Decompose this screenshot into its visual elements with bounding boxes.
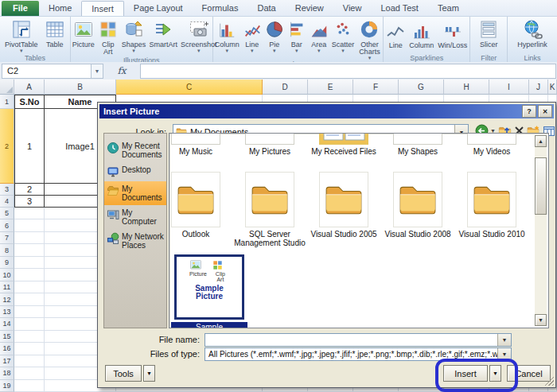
vertical-scrollbar[interactable]: ▲ ▼ — [535, 135, 547, 326]
scrollbar-thumb[interactable] — [535, 157, 547, 215]
row-header-18[interactable]: 18 — [0, 367, 14, 379]
combo-arrow-icon[interactable]: ▼ — [497, 334, 511, 346]
column-header-D[interactable]: D — [263, 80, 308, 95]
cell-A11[interactable] — [14, 281, 45, 293]
clipart-button[interactable]: Clip Art — [96, 18, 120, 56]
combo-arrow-icon[interactable]: ▼ — [497, 348, 511, 360]
sparkline-winloss-button[interactable]: Win/Loss — [436, 22, 469, 49]
help-icon[interactable] — [522, 105, 536, 118]
cell-A4[interactable]: 3 — [14, 196, 45, 208]
column-header-K[interactable]: K — [548, 80, 557, 95]
formula-input[interactable] — [140, 64, 556, 79]
line-chart-button[interactable]: Line — [241, 18, 263, 52]
file-item-my-received-files[interactable]: My Received Files — [307, 133, 380, 156]
tab-page-layout[interactable]: Page Layout — [124, 1, 193, 16]
column-header-I[interactable]: I — [489, 80, 529, 95]
file-item-my-music[interactable]: My Music — [169, 133, 232, 156]
row-header-6[interactable]: 6 — [0, 219, 14, 231]
row-header-10[interactable]: 10 — [0, 269, 14, 281]
row-header-14[interactable]: 14 — [0, 318, 14, 330]
tab-view[interactable]: View — [333, 1, 372, 16]
smartart-button[interactable]: SmartArt — [147, 18, 179, 49]
cell-A3[interactable]: 2 — [14, 184, 45, 196]
picture-button[interactable]: Picture — [71, 18, 96, 49]
row-header-4[interactable]: 4 — [0, 196, 14, 208]
row-header-2[interactable]: 2 — [0, 109, 14, 184]
column-header-A[interactable]: A — [14, 80, 45, 95]
cell-A16[interactable] — [14, 343, 45, 355]
file-item-outlook[interactable]: Outlook — [169, 172, 232, 239]
place-my-network-places[interactable]: My Network Places — [104, 229, 166, 253]
cell-A12[interactable] — [14, 293, 45, 305]
shapes-button[interactable]: Shapes — [120, 18, 148, 52]
cell-A18[interactable] — [14, 367, 45, 379]
close-icon[interactable] — [538, 105, 552, 118]
scroll-down-icon[interactable]: ▼ — [535, 314, 547, 326]
area-chart-button[interactable]: Area — [308, 18, 330, 52]
row-header-1[interactable]: 1 — [0, 95, 14, 109]
name-box-dropdown-icon[interactable]: ▼ — [92, 64, 103, 79]
cell-A13[interactable] — [14, 306, 45, 318]
select-all-corner[interactable] — [0, 80, 14, 95]
file-item-my-pictures[interactable]: My Pictures — [233, 133, 306, 156]
cell-A15[interactable] — [14, 331, 45, 343]
tab-insert[interactable]: Insert — [81, 1, 124, 16]
cell-A5[interactable] — [14, 208, 45, 219]
place-my-documents[interactable]: My Documents — [104, 181, 166, 205]
place-desktop[interactable]: Desktop — [104, 162, 166, 181]
name-box[interactable]: C2 — [2, 64, 92, 79]
resize-grip[interactable] — [544, 376, 554, 386]
column-header-E[interactable]: E — [308, 80, 353, 95]
cell-A6[interactable] — [14, 219, 45, 231]
tab-formulas[interactable]: Formulas — [193, 1, 248, 16]
cell-A2[interactable]: 1 — [14, 109, 45, 184]
row-header-17[interactable]: 17 — [0, 355, 14, 367]
cell-A14[interactable] — [14, 318, 45, 330]
file-name-combo[interactable]: ▼ — [204, 333, 512, 347]
dialog-title-bar[interactable]: Insert Picture — [99, 104, 554, 118]
column-header-B[interactable]: B — [45, 80, 116, 95]
files-of-type-combo[interactable]: All Pictures (*.emf;*.wmf;*.jpg;*.jpeg;*… — [204, 347, 512, 361]
cell-A10[interactable] — [14, 269, 45, 281]
row-header-8[interactable]: 8 — [0, 244, 14, 256]
column-header-H[interactable]: H — [444, 80, 489, 95]
file-item-sql-server-management-studio[interactable]: SQL Server Management Studio — [233, 172, 306, 247]
column-header-F[interactable]: F — [353, 80, 399, 95]
tools-dropdown-icon[interactable]: ▼ — [143, 365, 155, 382]
row-header-5[interactable]: 5 — [0, 208, 14, 219]
cell-A1[interactable]: S.No — [14, 95, 45, 109]
place-my-recent-documents[interactable]: My Recent Documents — [104, 138, 166, 162]
file-item-visual-studio-2010[interactable]: Visual Studio 2010 — [455, 172, 528, 239]
row-header-15[interactable]: 15 — [0, 331, 14, 343]
cell-A7[interactable] — [14, 232, 45, 244]
table-button[interactable]: Table — [43, 18, 67, 49]
file-item-visual-studio-2005[interactable]: Visual Studio 2005 — [307, 172, 380, 239]
tools-button[interactable]: Tools — [105, 365, 142, 382]
tab-load-test[interactable]: Load Test — [371, 1, 428, 16]
pie-chart-button[interactable]: Pie — [263, 18, 286, 52]
row-header-19[interactable]: 19 — [0, 380, 14, 392]
insert-button[interactable]: Insert — [443, 365, 488, 382]
row-header-12[interactable]: 12 — [0, 293, 14, 305]
file-item-my-shapes[interactable]: My Shapes — [381, 133, 454, 156]
column-header-J[interactable]: J — [529, 80, 548, 95]
file-item-visual-studio-2008[interactable]: Visual Studio 2008 — [381, 172, 454, 239]
tab-team[interactable]: Team — [428, 1, 469, 16]
row-header-11[interactable]: 11 — [0, 281, 14, 293]
cell-A9[interactable] — [14, 257, 45, 269]
hyperlink-button[interactable]: Hyperlink — [516, 18, 549, 49]
row-header-9[interactable]: 9 — [0, 257, 14, 269]
row-header-13[interactable]: 13 — [0, 306, 14, 318]
insert-dropdown-icon[interactable]: ▼ — [489, 365, 501, 382]
bar-chart-button[interactable]: Bar — [286, 18, 308, 52]
row-header-16[interactable]: 16 — [0, 343, 14, 355]
scatter-chart-button[interactable]: Scatter — [330, 18, 356, 52]
pivottable-button[interactable]: PivotTable — [3, 18, 40, 52]
file-item-sample-picture[interactable]: Picture Clip Art Sample Picture Sample P… — [171, 254, 247, 328]
cell-A17[interactable] — [14, 355, 45, 367]
sparkline-column-button[interactable]: Column — [407, 22, 435, 49]
column-header-G[interactable]: G — [399, 80, 444, 95]
row-header-7[interactable]: 7 — [0, 232, 14, 244]
place-my-computer[interactable]: My Computer — [104, 205, 166, 229]
tab-review[interactable]: Review — [286, 1, 333, 16]
